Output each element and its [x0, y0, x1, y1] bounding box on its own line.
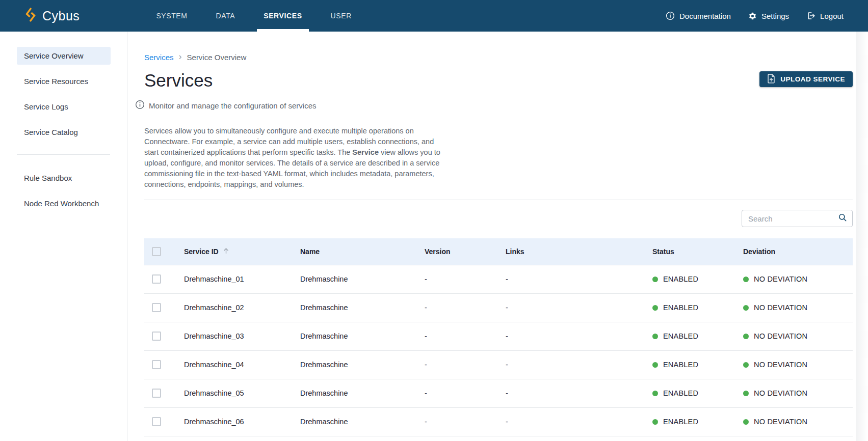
status-label: ENABLED	[663, 361, 698, 369]
tab-services-label: SERVICES	[264, 12, 302, 20]
table-row[interactable]: Drehmaschine_03 Drehmaschine - - ENABLED…	[144, 322, 853, 350]
cell-status: ENABLED	[644, 379, 735, 407]
cell-name: Drehmaschine	[292, 322, 416, 350]
cell-deviation: NO DEVIATION	[735, 407, 853, 436]
cell-deviation: NO DEVIATION	[735, 379, 853, 407]
column-header-service-id[interactable]: Service ID	[176, 238, 292, 265]
tab-services[interactable]: SERVICES	[249, 0, 316, 32]
cell-service-id: Drehmaschine_02	[176, 293, 292, 322]
table-row[interactable]: Drehmaschine_04 Drehmaschine - - ENABLED…	[144, 350, 853, 379]
page-title: Services	[144, 70, 853, 91]
column-header-links[interactable]: Links	[497, 238, 644, 265]
sidebar-item-label: Node Red Workbench	[24, 199, 99, 208]
table-row[interactable]: Drehmaschine_02 Drehmaschine - - ENABLED…	[144, 293, 853, 322]
sidebar-item-node-red-workbench[interactable]: Node Red Workbench	[17, 195, 111, 212]
sidebar-item-service-logs[interactable]: Service Logs	[17, 98, 111, 116]
cell-deviation: NO DEVIATION	[735, 350, 853, 379]
logout-label: Logout	[820, 12, 844, 20]
column-header-deviation[interactable]: Deviation	[735, 238, 853, 265]
sidebar-item-label: Rule Sandbox	[24, 174, 72, 182]
table-body: Drehmaschine_01 Drehmaschine - - ENABLED…	[144, 265, 853, 436]
deviation-label: NO DEVIATION	[754, 361, 807, 369]
sidebar-item-label: Service Resources	[24, 77, 88, 86]
breadcrumb-link-services[interactable]: Services	[144, 53, 174, 62]
search-input[interactable]	[748, 214, 838, 223]
deviation-label: NO DEVIATION	[754, 304, 807, 312]
tab-system[interactable]: SYSTEM	[142, 0, 201, 32]
sidebar: Service Overview Service Resources Servi…	[0, 32, 127, 441]
table-row[interactable]: Drehmaschine_05 Drehmaschine - - ENABLED…	[144, 379, 853, 407]
deviation-dot	[743, 334, 749, 339]
column-header-name[interactable]: Name	[292, 238, 416, 265]
main-nav-tabs: SYSTEM DATA SERVICES USER	[142, 0, 366, 32]
cell-service-id: Drehmaschine_04	[176, 350, 292, 379]
upload-service-label: UPLOAD SERVICE	[780, 75, 845, 83]
sidebar-item-service-resources[interactable]: Service Resources	[17, 72, 111, 90]
navbar-actions: Documentation Settings Logout	[666, 0, 868, 32]
brand-logo[interactable]: Cybus	[0, 0, 80, 32]
status-dot	[652, 419, 658, 425]
settings-label: Settings	[761, 12, 789, 20]
sidebar-item-service-overview[interactable]: Service Overview	[17, 47, 111, 65]
deviation-dot	[743, 391, 749, 396]
table-row[interactable]: Drehmaschine_01 Drehmaschine - - ENABLED…	[144, 265, 853, 293]
row-checkbox[interactable]	[152, 303, 161, 312]
cell-status: ENABLED	[644, 350, 735, 379]
status-label: ENABLED	[663, 418, 698, 426]
deviation-label: NO DEVIATION	[754, 332, 807, 340]
logout-button[interactable]: Logout	[806, 11, 844, 20]
search-icon	[838, 213, 847, 224]
sidebar-item-label: Service Catalog	[24, 128, 78, 136]
upload-file-icon	[767, 74, 775, 85]
description-bold-text: Service	[352, 148, 379, 156]
row-checkbox[interactable]	[152, 389, 161, 398]
cell-version: -	[416, 350, 497, 379]
cell-links: -	[497, 293, 644, 322]
cell-links: -	[497, 322, 644, 350]
row-checkbox[interactable]	[152, 360, 161, 369]
deviation-dot	[743, 305, 749, 311]
deviation-label: NO DEVIATION	[754, 389, 807, 397]
column-header-status[interactable]: Status	[644, 238, 735, 265]
cell-version: -	[416, 379, 497, 407]
documentation-button[interactable]: Documentation	[666, 11, 731, 20]
cell-status: ENABLED	[644, 322, 735, 350]
settings-button[interactable]: Settings	[748, 12, 789, 20]
table-header: Service ID Name Version Links Status Dev…	[144, 238, 853, 265]
search-row	[144, 210, 853, 227]
cell-name: Drehmaschine	[292, 293, 416, 322]
cell-name: Drehmaschine	[292, 407, 416, 436]
search-box[interactable]	[742, 210, 853, 227]
row-checkbox[interactable]	[152, 417, 161, 426]
cell-links: -	[497, 379, 644, 407]
page-subtitle: Monitor and manage the configuration of …	[149, 101, 317, 110]
select-all-checkbox[interactable]	[152, 247, 161, 256]
cell-status: ENABLED	[644, 293, 735, 322]
brand-name: Cybus	[42, 9, 80, 23]
sidebar-item-rule-sandbox[interactable]: Rule Sandbox	[17, 169, 111, 187]
status-label: ENABLED	[663, 304, 698, 312]
cell-name: Drehmaschine	[292, 350, 416, 379]
row-checkbox[interactable]	[152, 274, 161, 284]
page-description: Services allow you to simultaneously con…	[144, 126, 450, 190]
breadcrumb-separator-icon: ›	[179, 52, 182, 62]
sidebar-divider	[17, 154, 110, 155]
status-dot	[652, 334, 658, 339]
status-label: ENABLED	[663, 332, 698, 340]
cell-status: ENABLED	[644, 407, 735, 436]
column-header-version[interactable]: Version	[416, 238, 497, 265]
cell-version: -	[416, 293, 497, 322]
status-dot	[652, 362, 658, 368]
row-checkbox[interactable]	[152, 332, 161, 341]
cell-version: -	[416, 322, 497, 350]
tab-user[interactable]: USER	[317, 0, 366, 32]
deviation-label: NO DEVIATION	[754, 418, 807, 426]
column-label: Service ID	[184, 247, 219, 256]
status-dot	[652, 305, 658, 311]
status-dot	[652, 277, 658, 282]
tab-data-label: DATA	[216, 12, 235, 20]
sidebar-item-service-catalog[interactable]: Service Catalog	[17, 123, 111, 141]
upload-service-button[interactable]: UPLOAD SERVICE	[759, 71, 853, 87]
table-row[interactable]: Drehmaschine_06 Drehmaschine - - ENABLED…	[144, 407, 853, 436]
tab-data[interactable]: DATA	[202, 0, 250, 32]
